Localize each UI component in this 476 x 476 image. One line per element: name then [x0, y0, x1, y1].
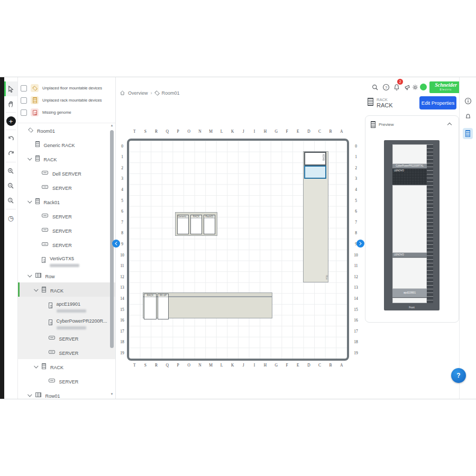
- notification-badge: 2: [397, 79, 403, 85]
- tree-item-server[interactable]: SERVER: [18, 208, 115, 223]
- breadcrumb-overview[interactable]: Overview: [128, 90, 148, 96]
- alarms-button[interactable]: [464, 112, 472, 121]
- tree-item-label: SERVER: [52, 214, 72, 219]
- tree-scrollbar[interactable]: ▲ ▼: [109, 124, 114, 396]
- rack-preview-body: CyberPowerPR2200RTXL LENOVO LENOVO apcE1…: [392, 144, 427, 303]
- filter-row[interactable]: Unplaced floor mountable devices: [18, 82, 115, 94]
- info-button[interactable]: [464, 97, 472, 105]
- grid-column-label: T: [129, 129, 140, 134]
- canvas-rack[interactable]: Rack01: [204, 215, 215, 234]
- rack-front-label: Front: [384, 306, 440, 309]
- tree-item-row[interactable]: Row: [18, 268, 115, 282]
- canvas-rack[interactable]: RACK: [144, 294, 157, 319]
- chevron-down-icon[interactable]: [34, 287, 38, 291]
- tree-item-rack[interactable]: RACK: [18, 282, 115, 297]
- tree-item-server[interactable]: SERVER: [18, 180, 115, 194]
- grid-row-label: 8: [352, 231, 360, 235]
- window-left-edge: [0, 77, 4, 399]
- zoom-reset-icon: [7, 197, 14, 204]
- collapse-left-panel-button[interactable]: [112, 240, 120, 248]
- chevron-right-icon: [358, 242, 362, 245]
- tree-item-room01[interactable]: Room01: [18, 123, 115, 137]
- redo-button[interactable]: [4, 146, 17, 161]
- tree-item-vertivgtx5[interactable]: VertivGTX5: [18, 251, 115, 268]
- server-icon: [42, 171, 48, 175]
- tree-item-generic-rack[interactable]: Generic RACK: [18, 137, 115, 151]
- grid-row-label: 17: [352, 329, 360, 334]
- undo-button[interactable]: [4, 131, 17, 146]
- zoom-in-button[interactable]: [4, 163, 17, 178]
- select-tool-button[interactable]: [4, 81, 17, 96]
- chevron-down-icon[interactable]: [28, 156, 32, 160]
- history-button[interactable]: ◷: [4, 210, 17, 225]
- tree-item-label: Rack01: [44, 200, 60, 205]
- tree-item-label: SERVER: [52, 186, 72, 191]
- rack-device: CyberPowerPR2200RTXL: [392, 164, 427, 168]
- scroll-down-icon[interactable]: ▼: [109, 392, 114, 396]
- tree-item-rack01[interactable]: Rack01: [18, 194, 115, 208]
- expand-right-panel-button[interactable]: [356, 240, 364, 248]
- grid-column-label: N: [195, 129, 206, 134]
- feedback-button[interactable]: [403, 83, 411, 91]
- grid-row-label: 10: [352, 253, 360, 258]
- canvas-rack-group[interactable]: Generic... RACK Rack01: [175, 212, 217, 236]
- canvas-rack[interactable]: RK-bP: [158, 294, 169, 319]
- tree-item-server[interactable]: SERVER: [18, 345, 115, 359]
- tree-item-row01[interactable]: Row01: [18, 388, 115, 399]
- tree-item-server[interactable]: SERVER: [18, 373, 115, 388]
- canvas-rack[interactable]: Generic...: [177, 215, 189, 234]
- filter-row[interactable]: Missing genome: [18, 106, 115, 118]
- tree-item-apce19901[interactable]: apcE19901: [18, 297, 115, 314]
- rack-icon: [371, 121, 376, 128]
- chevron-up-icon[interactable]: [447, 123, 452, 127]
- chevron-down-icon[interactable]: [28, 199, 32, 203]
- canvas-rack[interactable]: RACK: [304, 152, 326, 166]
- rack-panel-toggle-active[interactable]: [463, 128, 473, 139]
- chevron-down-icon[interactable]: [28, 392, 32, 397]
- chevron-down-icon[interactable]: [34, 364, 38, 368]
- grid-column-label: L: [216, 363, 227, 368]
- scrollbar-thumb[interactable]: [110, 130, 114, 348]
- account-status-indicator[interactable]: [420, 84, 427, 90]
- canvas-rack-selected[interactable]: [304, 166, 326, 179]
- tree-item-cyberpowerpr2200r-[interactable]: CyberPowerPR2200R...: [18, 314, 115, 331]
- toolbar-divider: [6, 112, 16, 113]
- server-icon: [42, 185, 48, 189]
- floating-help-button[interactable]: ?: [451, 368, 466, 383]
- scroll-up-icon[interactable]: ▲: [109, 124, 114, 127]
- edit-properties-button[interactable]: Edit Properties: [419, 96, 456, 109]
- rack-device: apcE19901: [392, 289, 427, 297]
- zoom-out-button[interactable]: [4, 178, 17, 193]
- tree-item-label: apcE19901: [57, 301, 81, 307]
- tree-item-rack[interactable]: RACK: [18, 359, 115, 373]
- canvas-rack[interactable]: RACK: [190, 215, 202, 234]
- toolbar-divider: [6, 130, 16, 130]
- tree-item-server[interactable]: SERVER: [18, 237, 115, 251]
- tree-item-label: Generic RACK: [44, 143, 75, 148]
- tree-item-rack[interactable]: RACK: [18, 151, 115, 166]
- settings-button[interactable]: [411, 83, 419, 91]
- device-tree: Room01Generic RACKRACKDell SERVERSERVERR…: [18, 122, 115, 399]
- tree-item-server[interactable]: SERVER: [18, 331, 115, 345]
- grid-row-label: 0: [118, 144, 126, 149]
- grid-column-label: A: [336, 129, 347, 134]
- checkbox[interactable]: [21, 97, 27, 104]
- zoom-reset-button[interactable]: [4, 193, 17, 208]
- chevron-down-icon[interactable]: [28, 273, 32, 277]
- rack-label: RACK: [323, 154, 325, 161]
- help-button[interactable]: ?: [382, 83, 390, 91]
- checkbox[interactable]: [21, 85, 27, 91]
- tree-item-dell-server[interactable]: Dell SERVER: [18, 166, 115, 180]
- toolbar-divider: [6, 209, 16, 209]
- search-button[interactable]: [371, 83, 379, 91]
- add-device-button[interactable]: +: [4, 114, 17, 129]
- tree-item-label: RACK: [50, 365, 63, 370]
- filter-row[interactable]: Unplaced rack mountable devices: [18, 94, 115, 106]
- grid-column-label: D: [304, 129, 315, 134]
- bell-icon: [464, 113, 472, 120]
- rack-device: LENOVO: [392, 253, 427, 257]
- checkbox[interactable]: [21, 109, 27, 116]
- tree-item-server[interactable]: SERVER: [18, 223, 115, 237]
- breadcrumb-room[interactable]: Room01: [162, 90, 180, 96]
- pan-tool-button[interactable]: [4, 96, 17, 111]
